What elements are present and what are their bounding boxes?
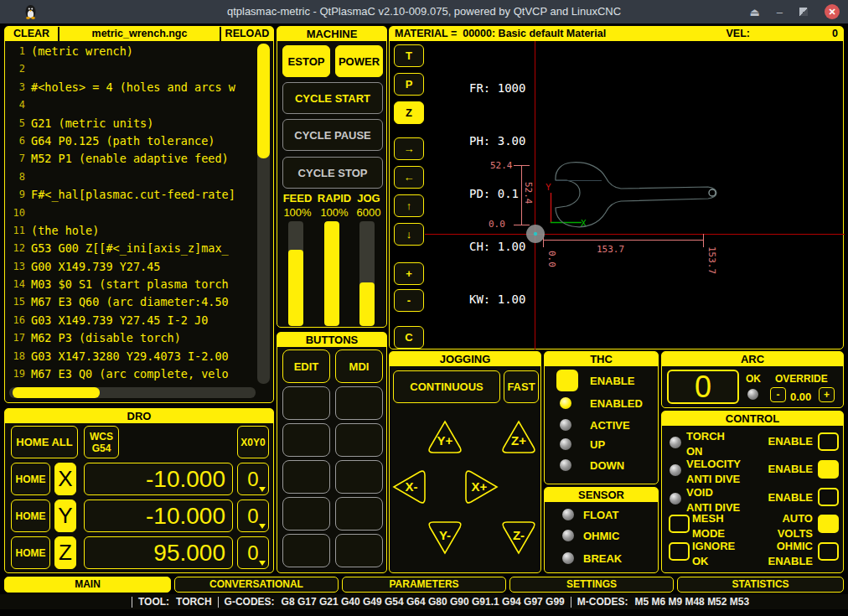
eject-icon[interactable]: ⏏ — [749, 7, 759, 18]
continuous-jog-button[interactable]: CONTINUOUS — [393, 370, 500, 403]
wcs-button[interactable]: WCSG54 — [84, 426, 119, 458]
cut-parameters-overlay: FR: 1000 PH: 3.00 PD: 0.1 CH: 1.00 KW: 1… — [469, 44, 525, 344]
user-button-12[interactable] — [335, 534, 383, 567]
close-icon[interactable]: ✕ — [825, 4, 840, 19]
reload-button[interactable]: RELOAD — [221, 27, 273, 41]
jog-z-plus-button[interactable]: Z+ — [499, 417, 538, 456]
user-button-7[interactable] — [282, 460, 330, 494]
dro-z-value: 95.000 — [84, 536, 233, 569]
axis-x-button[interactable]: X — [54, 463, 76, 495]
rapid-override-slider[interactable] — [324, 221, 339, 326]
vertical-scrollbar[interactable] — [257, 44, 270, 384]
power-button[interactable]: POWER — [335, 45, 383, 77]
thc-enabled-label: ENABLED — [590, 396, 643, 412]
tab-parameters[interactable]: PARAMETERS — [342, 577, 506, 593]
estop-button[interactable]: ESTOP — [282, 45, 330, 77]
svg-text:Z+: Z+ — [511, 433, 526, 448]
float-sensor-led — [562, 509, 574, 520]
feed-override-value: 100% — [279, 206, 316, 219]
gcode-line: 3#<holes> = 4 (holes and arcs w — [7, 79, 255, 96]
control-panel-title: CONTROL — [662, 412, 843, 426]
user-button-6[interactable] — [335, 423, 383, 457]
void-enable-checkbox[interactable] — [818, 488, 839, 506]
minimize-icon[interactable]: – — [777, 7, 783, 18]
material-label: MATERIAL = — [395, 27, 457, 41]
jog-y-minus-button[interactable]: Y- — [426, 519, 464, 557]
user-button-9[interactable] — [282, 497, 330, 531]
fast-jog-button[interactable]: FAST — [504, 370, 539, 403]
thc-up-led — [560, 438, 571, 450]
dro-panel: DRO HOME ALL WCSG54 X0Y0 HOME X -10.000 … — [4, 408, 274, 573]
user-button-11[interactable] — [282, 534, 330, 567]
arc-override-plus-button[interactable]: + — [819, 387, 835, 402]
velocity-enable-checkbox[interactable] — [818, 460, 839, 479]
home-x-button[interactable]: HOME — [11, 463, 50, 495]
horizontal-scrollbar-handle[interactable] — [13, 387, 100, 398]
tab-main[interactable]: MAIN — [4, 577, 171, 593]
gcode-preview-plot[interactable]: 52.4 52.4 0.0 153.7 153.7 0.0 Y X — [390, 41, 845, 349]
home-z-button[interactable]: HOME — [11, 536, 50, 569]
zero-y-button[interactable]: 0 — [237, 500, 269, 532]
user-button-3[interactable] — [282, 386, 330, 420]
dro-y-value: -10.000 — [84, 500, 233, 532]
clear-button[interactable]: CLEAR — [5, 27, 58, 41]
tab-settings[interactable]: SETTINGS — [509, 577, 674, 593]
zero-z-button[interactable]: 0 — [237, 536, 269, 569]
torch-on-label: TORCHON — [686, 429, 725, 459]
dropdown-triangle-icon — [259, 524, 266, 529]
axis-y-button[interactable]: Y — [54, 500, 76, 532]
user-button-10[interactable] — [335, 497, 383, 531]
gcodes-value: G8 G17 G21 G40 G49 G54 G64 G80 G90 G91.1… — [282, 596, 565, 608]
x0y0-button[interactable]: X0Y0 — [237, 426, 269, 458]
sensor-panel-title: SENSOR — [545, 488, 658, 502]
float-sensor-label: FLOAT — [583, 508, 618, 523]
user-button-5[interactable] — [282, 423, 330, 457]
axis-z-button[interactable]: Z — [54, 536, 76, 569]
tab-statistics[interactable]: STATISTICS — [677, 577, 844, 593]
home-all-button[interactable]: HOME ALL — [11, 426, 78, 458]
control-panel: CONTROL TORCHON ENABLE VELOCITYANTI DIVE… — [661, 411, 844, 573]
vertical-scrollbar-handle[interactable] — [257, 44, 270, 158]
cycle-stop-button[interactable]: CYCLE STOP — [282, 157, 383, 189]
jog-x-minus-button[interactable]: X- — [390, 468, 428, 506]
auto-volts-checkbox[interactable] — [818, 515, 839, 533]
jog-z-minus-button[interactable]: Z- — [499, 519, 538, 557]
user-button-8[interactable] — [335, 460, 383, 494]
restore-icon[interactable] — [799, 8, 808, 16]
material-value[interactable]: 00000: Basic default Material — [463, 27, 606, 41]
thc-enable-checkbox[interactable] — [556, 370, 578, 391]
jog-y-plus-button[interactable]: Y+ — [426, 417, 464, 456]
gcode-line: 9F#<_hal[plasmac.cut-feed-rate] — [7, 186, 255, 204]
arc-override-minus-button[interactable]: - — [770, 387, 786, 402]
slider-values: 100% 100% 6000 — [279, 206, 385, 219]
horizontal-scrollbar[interactable] — [9, 387, 256, 398]
jog-x-plus-button[interactable]: X+ — [463, 468, 501, 506]
user-button-4[interactable] — [335, 386, 383, 420]
tool-label: TOOL: — [138, 596, 169, 608]
ohmic-enable-checkbox[interactable] — [818, 542, 839, 561]
edit-button[interactable]: EDIT — [282, 349, 330, 383]
velocity-label: VEL: — [726, 27, 750, 41]
torch-enable-checkbox[interactable] — [818, 432, 839, 451]
gcode-text-area[interactable]: 1(metric wrench) 2 3#<holes> = 4 (holes … — [7, 43, 255, 384]
jog-slider-fill — [359, 282, 375, 327]
home-y-button[interactable]: HOME — [11, 500, 50, 532]
zero-x-button[interactable]: 0 — [237, 463, 269, 495]
mdi-button[interactable]: MDI — [335, 349, 383, 383]
material-header: MATERIAL = 00000: Basic default Material… — [390, 27, 843, 41]
gcodes-label: G-CODES: — [225, 596, 275, 608]
feed-override-slider[interactable] — [288, 221, 303, 326]
tab-conversational[interactable]: CONVERSATIONAL — [174, 577, 339, 593]
jog-rate-slider[interactable] — [359, 221, 375, 326]
divider — [571, 597, 571, 608]
loaded-file-name[interactable]: metric_wrench.ngc — [59, 27, 220, 41]
mesh-mode-checkbox[interactable] — [669, 515, 690, 533]
cycle-start-button[interactable]: CYCLE START — [282, 82, 383, 114]
rapid-override-value: 100% — [316, 206, 353, 219]
svg-text:0.0: 0.0 — [546, 251, 557, 267]
dro-x-value: -10.000 — [84, 463, 233, 495]
machine-panel-title: MACHINE — [277, 27, 386, 41]
void-enable-label: ENABLE — [768, 490, 813, 505]
ignore-ok-checkbox[interactable] — [669, 542, 690, 561]
cycle-pause-button[interactable]: CYCLE PAUSE — [282, 119, 383, 151]
